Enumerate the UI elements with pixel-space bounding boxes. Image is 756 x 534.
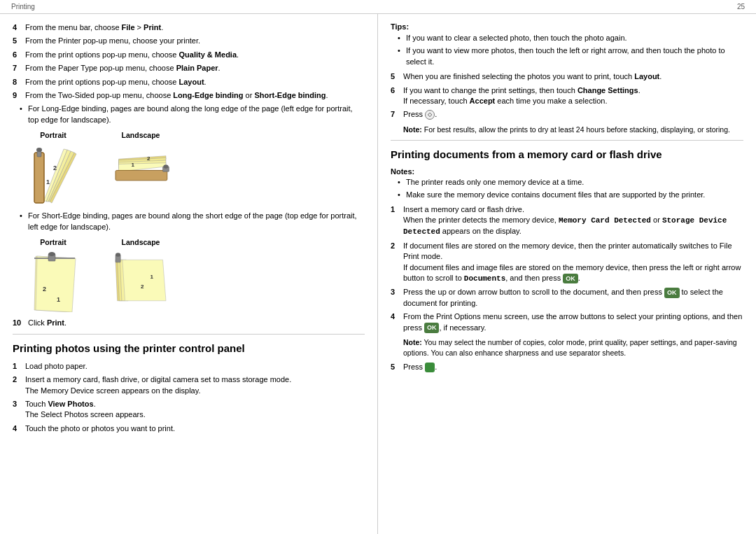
right-column: Tips: • If you want to clear a selected …	[378, 14, 756, 534]
doc-note-2-text: Make sure the memory device contains doc…	[406, 190, 705, 200]
step-6-left: 6 From the print options pop-up menu, ch…	[13, 50, 365, 60]
divider-2	[391, 140, 743, 141]
svg-text:1: 1	[132, 162, 135, 168]
doc-step-1-content: Insert a memory card or flash drive. Whe…	[403, 204, 743, 238]
section-photos-title: Printing photos using the printer contro…	[13, 342, 365, 356]
right-step-7: 7 Press ◇.	[391, 109, 743, 120]
svg-marker-29	[122, 260, 166, 301]
step-6-left-num: 6	[13, 50, 25, 60]
step-7-left: 7 From the Paper Type pop-up menu, choos…	[13, 63, 365, 73]
portrait-1-label: Portrait	[40, 131, 66, 139]
ok-button-1: OK	[563, 274, 578, 284]
doc-step-2: 2 If document files are stored on the me…	[391, 241, 743, 285]
bullet-short-edge: • For Short-Edge binding, pages are boun…	[13, 211, 365, 232]
step-4-content: From the menu bar, choose File > Print.	[25, 22, 365, 33]
svg-point-23	[48, 252, 55, 256]
photo-step-3-content: Touch View Photos. The Select Photos scr…	[25, 399, 365, 421]
landscape-1-item: Landscape	[109, 131, 172, 198]
step-6-left-content: From the print options pop-up menu, choo…	[25, 50, 365, 60]
photo-step-2-content: Insert a memory card, flash drive, or di…	[25, 374, 365, 396]
landscape-1-label: Landscape	[122, 131, 160, 139]
tip-2-bullet: •	[398, 45, 406, 67]
tip-2: • If you want to view more photos, then …	[391, 45, 743, 67]
svg-text:1: 1	[150, 274, 154, 280]
svg-marker-2	[46, 150, 71, 202]
page-header: Printing 25	[0, 0, 756, 14]
doc-step-2-num: 2	[391, 241, 403, 285]
doc-step-3-num: 3	[391, 287, 403, 309]
right-step-5-num: 5	[391, 71, 403, 82]
doc-step-3-content: Press the up or down arrow button to scr…	[403, 287, 743, 309]
right-step-6-content: If you want to change the print settings…	[403, 85, 743, 107]
photo-step-4-content: Touch the photo or photos you want to pr…	[25, 423, 365, 434]
doc-step-4-num: 4	[391, 311, 403, 333]
portrait-1-image: 2 1	[25, 142, 81, 205]
step-9-left: 9 From the Two-Sided pop-up menu, choose…	[13, 90, 365, 101]
doc-step-4: 4 From the Print Options menu screen, us…	[391, 311, 743, 333]
doc-step-3: 3 Press the up or down arrow button to s…	[391, 287, 743, 309]
step-5-left-num: 5	[13, 36, 25, 46]
note-2: Note: You may select the number of copie…	[403, 337, 743, 358]
landscape-1-image: 2 1	[109, 142, 172, 198]
page: Printing 25 4 From the menu bar, choose …	[0, 0, 756, 534]
doc-note-1: • The printer reads only one memory devi…	[391, 177, 743, 188]
step-9-left-content: From the Two-Sided pop-up menu, choose L…	[25, 90, 365, 101]
note-1: Note: For best results, allow the prints…	[403, 125, 743, 135]
step-8-left-content: From the print options pop-up menu, choo…	[25, 77, 365, 87]
doc-step-1: 1 Insert a memory card or flash drive. W…	[391, 204, 743, 238]
page-content: 4 From the menu bar, choose File > Print…	[0, 14, 756, 534]
photo-step-1-num: 1	[13, 361, 25, 372]
right-step-6: 6 If you want to change the print settin…	[391, 85, 743, 107]
doc-note-1-text: The printer reads only one memory device…	[406, 177, 584, 188]
doc-step-5: 5 Press .	[391, 362, 743, 372]
photo-step-1: 1 Load photo paper.	[13, 361, 365, 372]
svg-point-7	[36, 148, 42, 152]
left-column: 4 From the menu bar, choose File > Print…	[0, 14, 378, 534]
right-step-7-content: Press ◇.	[403, 109, 743, 120]
doc-step-5-num: 5	[391, 362, 403, 372]
bullet-dot-1: •	[20, 104, 28, 125]
doc-note-2-bullet: •	[398, 190, 406, 200]
tip-1-bullet: •	[398, 33, 406, 43]
divider-1	[13, 334, 365, 335]
svg-point-31	[115, 253, 120, 256]
bullet-short-edge-text: For Short-Edge binding, pages are bound …	[28, 211, 365, 232]
step-8-left-num: 8	[13, 77, 25, 87]
section-docs-title: Printing documents from a memory card or…	[391, 148, 743, 162]
step-10-content: Click Print.	[28, 318, 365, 328]
portrait-1-item: Portrait	[25, 131, 81, 205]
portrait-2-item: Portrait 2 1	[25, 238, 81, 312]
photo-step-3: 3 Touch View Photos. The Select Photos s…	[13, 399, 365, 421]
step-5-left-content: From the Printer pop-up menu, choose you…	[25, 36, 365, 46]
tips-label: Tips:	[391, 22, 409, 31]
doc-note-1-bullet: •	[398, 177, 406, 188]
step-10-num: 10	[13, 318, 28, 328]
photo-step-2: 2 Insert a memory card, flash drive, or …	[13, 374, 365, 396]
print-diamond-btn: ◇	[425, 110, 435, 120]
portrait-2-image: 2 1	[25, 249, 81, 312]
step-4-num: 4	[13, 22, 25, 33]
note-1-text: For best results, allow the prints to dr…	[424, 125, 730, 134]
photo-step-3-num: 3	[13, 399, 25, 421]
svg-text:2: 2	[43, 286, 46, 293]
step-7-left-content: From the Paper Type pop-up menu, choose …	[25, 63, 365, 73]
doc-step-1-num: 1	[391, 204, 403, 238]
bullet-long-edge-text: For Long-Edge binding, pages are bound a…	[28, 104, 365, 125]
step-5-left: 5 From the Printer pop-up menu, choose y…	[13, 36, 365, 46]
notes-section: Notes: • The printer reads only one memo…	[391, 167, 743, 201]
step-9-left-num: 9	[13, 90, 25, 101]
right-step-6-num: 6	[391, 85, 403, 107]
svg-text:2: 2	[147, 155, 150, 162]
svg-text:1: 1	[46, 178, 50, 185]
note-1-label: Note:	[403, 125, 422, 134]
landscape-2-image: 2 1	[109, 249, 172, 305]
photo-step-4-num: 4	[13, 423, 25, 434]
green-button	[425, 363, 435, 372]
doc-step-2-content: If document files are stored on the memo…	[403, 241, 743, 285]
doc-step-4-content: From the Print Options menu screen, use …	[403, 311, 743, 333]
header-page: 25	[737, 3, 745, 10]
header-section: Printing	[11, 3, 35, 10]
svg-marker-20	[36, 256, 76, 312]
right-step-5: 5 When you are finished selecting the ph…	[391, 71, 743, 82]
portrait-landscape-1: Portrait	[25, 131, 365, 205]
